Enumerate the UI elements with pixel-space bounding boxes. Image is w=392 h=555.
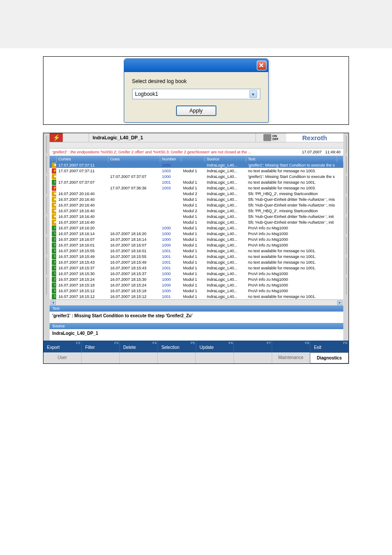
cell-source: IndraLogic_L40...: [205, 249, 246, 253]
left-side-button[interactable]: [46, 176, 47, 194]
status-icon: !: [52, 225, 57, 231]
fkey-blank[interactable]: F8: [272, 341, 310, 352]
table-row[interactable]: !16.07.2007 18:15:1216.07.2007 18:15:121…: [50, 294, 343, 299]
tab-blank[interactable]: [120, 352, 158, 363]
cell-number: 1001: [160, 266, 181, 270]
fkey-exit[interactable]: F9Exit: [310, 341, 349, 352]
fkey-filter[interactable]: F3Filter: [82, 341, 120, 352]
right-side-button[interactable]: [346, 156, 347, 174]
right-side-button[interactable]: [346, 136, 347, 153]
cell-goes: 16.07.2007 18:16:01: [108, 249, 160, 253]
tab-blank[interactable]: [196, 352, 234, 363]
cell-goes: 16.07.2007 18:15:55: [108, 254, 160, 259]
table-row[interactable]: !16.07.2007 18:15:1816.07.2007 18:15:241…: [50, 282, 343, 288]
onoff-toggle[interactable]: ON OFF: [255, 133, 286, 142]
table-row[interactable]: ⚡17.07.2007 07:36:361003Modul 1IndraLogi…: [50, 185, 343, 191]
cell-source: IndraLogic_L40...: [205, 260, 246, 265]
cell-goes: 16.07.2007 18:15:37: [108, 272, 160, 276]
table-row[interactable]: ★16.07.2007 20:16:40Modul 1IndraLogic_L4…: [50, 202, 343, 208]
right-side-button[interactable]: [346, 257, 347, 275]
table-row[interactable]: ★16.07.2007 18:16:40Modul 2IndraLogic_L4…: [50, 208, 343, 214]
left-side-button[interactable]: [46, 136, 47, 153]
fkey-delete[interactable]: F4Delete: [120, 341, 158, 352]
table-row[interactable]: ★16.07.2007 20:16:40Modul 1IndraLogic_L4…: [50, 196, 343, 202]
table-row[interactable]: ★17.07.2007 07:37:111000IndraLogic_L40..…: [50, 162, 343, 168]
table-row[interactable]: ★17.07.2007 07:37:071000IndraLogic_L40..…: [50, 174, 343, 179]
cell-text: no text available for message no 1001.: [246, 180, 337, 185]
right-side-button[interactable]: [346, 196, 347, 214]
section-text-body: 'greifer1' : Missing Start Condition to …: [50, 312, 343, 323]
fkey-update[interactable]: F6Update: [196, 341, 234, 352]
status-icon: ★: [52, 191, 57, 196]
apply-button[interactable]: Apply: [176, 105, 216, 116]
tab-blank[interactable]: [82, 352, 120, 363]
cell-module: Modul 1: [181, 243, 205, 247]
warning-message: 'greifer2' : the endpositions '%IX50.2; …: [52, 150, 298, 154]
table-row[interactable]: !16.07.2007 18:15:3016.07.2007 18:15:371…: [50, 271, 343, 276]
table-row[interactable]: !16.07.2007 18:15:4916.07.2007 18:15:551…: [50, 254, 343, 259]
col-number[interactable]: Number: [160, 156, 181, 162]
table-row[interactable]: !16.07.2007 18:16:201000Modul 1IndraLogi…: [50, 225, 343, 231]
table-row[interactable]: ⚡17.07.2007 07:37:111003Modul 1IndraLogi…: [50, 168, 343, 174]
brand-logo: Rexroth: [286, 133, 343, 142]
tab-user[interactable]: User: [43, 352, 82, 363]
cell-source: IndraLogic_L40...: [205, 192, 246, 196]
col-goes[interactable]: Goes: [108, 156, 160, 162]
right-side-button[interactable]: [346, 237, 347, 254]
right-side-button[interactable]: [346, 176, 347, 194]
cell-source: IndraLogic_L40...: [205, 226, 246, 230]
col-source[interactable]: Source: [205, 156, 246, 162]
table-row[interactable]: !16.07.2007 18:15:1216.07.2007 18:15:181…: [50, 288, 343, 294]
cell-module: Modul 2: [181, 192, 205, 196]
cell-module: Modul 1: [181, 294, 205, 299]
scroll-right-icon[interactable]: ▸: [337, 301, 342, 305]
left-side-button[interactable]: [46, 277, 47, 295]
cell-text: ProVi Info zu Msg1000: [246, 277, 337, 282]
cell-number: 1001: [160, 294, 181, 299]
col-text[interactable]: Text: [246, 156, 337, 162]
left-side-button[interactable]: [46, 156, 47, 174]
cell-text: no text available for message no 1001.: [246, 294, 337, 299]
status-icon: !: [52, 283, 57, 288]
fkey-label: Exit: [314, 345, 321, 350]
fkey-hotkey: F2: [76, 341, 80, 345]
bolt-icon: ⚡: [50, 133, 63, 142]
horizontal-scrollbar[interactable]: ◂ ▸: [50, 299, 343, 305]
table-row[interactable]: !17.07.2007 07:37:071001Modul 1IndraLogi…: [50, 179, 343, 185]
cell-comes: 16.07.2007 20:16:40: [57, 203, 108, 207]
tab-blank[interactable]: [234, 352, 272, 363]
table-row[interactable]: !16.07.2007 18:16:1416.07.2007 18:16:201…: [50, 231, 343, 236]
fkey-export[interactable]: F2Export: [43, 341, 82, 352]
cell-number: 1003: [160, 186, 181, 190]
tab-blank[interactable]: [158, 352, 196, 363]
cell-text: Sfc 'Hub-Quer-Einheit dritter Teile-Aufs…: [246, 214, 337, 219]
cell-text: ProVi Info zu Msg1000: [246, 283, 337, 287]
left-side-button[interactable]: [46, 217, 47, 234]
status-icon: !: [52, 260, 57, 265]
table-row[interactable]: !16.07.2007 18:16:0116.07.2007 18:16:071…: [50, 242, 343, 248]
left-side-button[interactable]: [46, 257, 47, 275]
tab-diagnostics[interactable]: Diagnostics: [310, 352, 349, 363]
logbook-select[interactable]: Logbook1 ▾: [132, 89, 260, 99]
fkey-selection[interactable]: F5Selection: [158, 341, 196, 352]
fkey-blank[interactable]: F7: [234, 341, 272, 352]
left-side-button[interactable]: [46, 196, 47, 214]
right-side-button[interactable]: [346, 277, 347, 295]
table-row[interactable]: !16.07.2007 18:15:4316.07.2007 18:15:491…: [50, 259, 343, 265]
table-row[interactable]: ★16.07.2007 20:16:40Modul 2IndraLogic_L4…: [50, 191, 343, 196]
cell-source: IndraLogic_L40...: [205, 169, 246, 173]
table-row[interactable]: !16.07.2007 18:15:3716.07.2007 18:15:431…: [50, 265, 343, 271]
table-row[interactable]: !16.07.2007 18:15:5516.07.2007 18:16:011…: [50, 248, 343, 254]
dialog-label: Select desired log book: [132, 78, 260, 84]
cell-source: IndraLogic_L40...: [205, 289, 246, 293]
tab-maintenance[interactable]: Maintenance: [272, 352, 310, 363]
left-side-button[interactable]: [46, 237, 47, 254]
col-comes[interactable]: Comes: [57, 156, 108, 162]
table-row[interactable]: ★16.07.2007 18:16:40Modul 1IndraLogic_L4…: [50, 219, 343, 225]
table-row[interactable]: !16.07.2007 18:16:0716.07.2007 18:16:141…: [50, 236, 343, 242]
right-side-button[interactable]: [346, 217, 347, 234]
scroll-left-icon[interactable]: ◂: [50, 301, 56, 305]
close-icon[interactable]: ✕: [257, 61, 266, 70]
table-row[interactable]: !16.07.2007 18:15:2416.07.2007 18:15:301…: [50, 276, 343, 282]
table-row[interactable]: ★16.07.2007 18:16:40Modul 1IndraLogic_L4…: [50, 214, 343, 219]
